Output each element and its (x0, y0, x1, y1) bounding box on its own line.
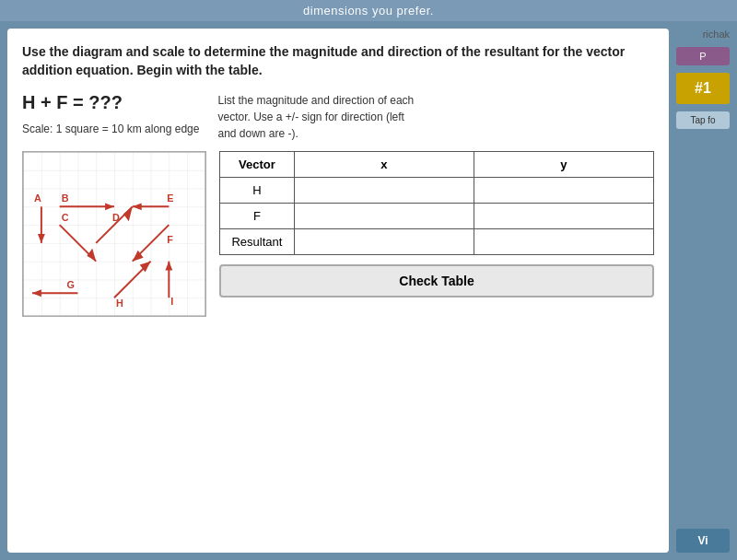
row-resultant-x[interactable] (294, 229, 474, 255)
richak-label: richak (676, 29, 730, 40)
input-h-x[interactable] (306, 183, 462, 197)
check-table-button[interactable]: Check Table (219, 264, 654, 298)
grid-diagram: A B C D E (22, 151, 206, 317)
svg-text:I: I (170, 296, 173, 307)
row-h-label: H (220, 178, 295, 204)
content-panel: Use the diagram and scale to determine t… (7, 29, 669, 553)
row-f-label: F (220, 204, 295, 229)
svg-text:B: B (62, 193, 69, 204)
input-h-y[interactable] (485, 183, 642, 197)
row-h-y[interactable] (474, 178, 653, 204)
main-layout: Use the diagram and scale to determine t… (0, 21, 737, 560)
vector-table: Vector x y H F (219, 151, 654, 255)
header-row: Use the diagram and scale to determine t… (22, 43, 654, 83)
number-badge[interactable]: #1 (676, 73, 730, 104)
svg-text:H: H (116, 298, 123, 309)
row-f-y[interactable] (474, 204, 653, 229)
svg-text:D: D (112, 212, 120, 223)
instructions-text: Use the diagram and scale to determine t… (22, 43, 654, 79)
table-row-h: H (220, 178, 654, 204)
row-h-x[interactable] (294, 178, 474, 204)
equation-row: H + F = ??? Scale: 1 square = 10 km alon… (22, 92, 654, 142)
row-f-x[interactable] (294, 204, 474, 229)
input-f-x[interactable] (306, 209, 462, 223)
col-header-x: x (294, 152, 474, 178)
row-resultant-y[interactable] (474, 229, 653, 255)
table-row-resultant: Resultant (220, 229, 654, 255)
col-header-y: y (474, 152, 653, 178)
vector-table-container: Vector x y H F (219, 151, 654, 298)
right-sidebar: richak P #1 Tap fo Vi (676, 29, 730, 553)
svg-text:F: F (167, 234, 173, 245)
top-bar: dimensions you prefer. (0, 0, 737, 21)
col-header-vector: Vector (220, 152, 295, 178)
vi-badge[interactable]: Vi (676, 529, 730, 553)
p-label: P (676, 47, 730, 65)
input-resultant-y[interactable] (485, 235, 642, 249)
scale-text: Scale: 1 square = 10 km along edge (22, 122, 199, 135)
svg-text:G: G (67, 280, 75, 291)
input-resultant-x[interactable] (306, 235, 462, 249)
row-resultant-label: Resultant (220, 229, 295, 255)
svg-text:C: C (62, 212, 69, 223)
grid-svg: A B C D E (23, 152, 205, 316)
equation-text: H + F = ??? (22, 92, 199, 113)
input-f-y[interactable] (485, 209, 642, 223)
tap-info: Tap fo (676, 111, 730, 129)
table-row-f: F (220, 204, 654, 229)
vector-description: List the magnitude and direction of each… (217, 92, 420, 142)
top-bar-text: dimensions you prefer. (303, 4, 434, 18)
diagram-table-row: A B C D E (22, 151, 654, 317)
svg-text:A: A (34, 193, 41, 204)
svg-rect-0 (23, 152, 205, 316)
svg-text:E: E (167, 193, 173, 204)
equation-left: H + F = ??? Scale: 1 square = 10 km alon… (22, 92, 199, 135)
